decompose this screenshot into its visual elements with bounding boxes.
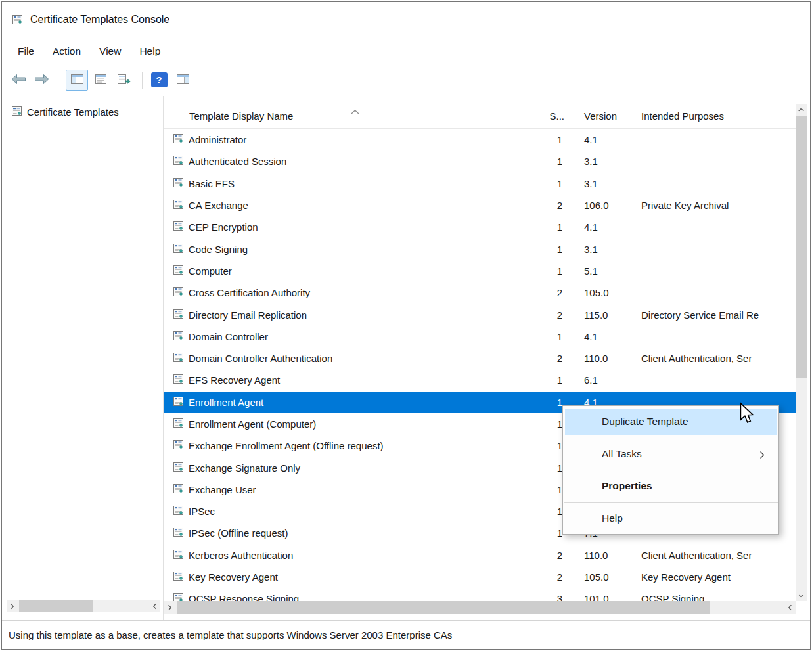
- list-horizontal-scrollbar[interactable]: [164, 601, 796, 614]
- certificate-template-icon: [173, 506, 183, 517]
- menubar-item-file[interactable]: File: [9, 37, 43, 65]
- menubar-item-help[interactable]: Help: [130, 37, 169, 65]
- schema-version-cell: 1: [549, 260, 575, 282]
- app-icon: [12, 15, 22, 24]
- table-row[interactable]: Computer 1 5.1: [164, 260, 796, 282]
- template-name-cell: Kerberos Authentication: [164, 545, 549, 566]
- help-icon: ?: [151, 72, 168, 87]
- scrollbar-thumb[interactable]: [796, 116, 807, 378]
- table-row[interactable]: Directory Email Replication 2 115.0 Dire…: [164, 303, 796, 325]
- context-menu-separator: [564, 502, 778, 503]
- scroll-left-icon[interactable]: [164, 601, 175, 614]
- table-row[interactable]: OCSP Response Signing 3 101.0 OCSP Signi…: [164, 588, 796, 601]
- template-name: Exchange Enrollment Agent (Offline reque…: [189, 440, 384, 451]
- template-list-pane: Template Display Name S... Version Inten…: [164, 96, 807, 620]
- column-header-schema-version[interactable]: S...: [549, 104, 575, 128]
- version-cell: 110.0: [575, 348, 633, 369]
- column-header-version[interactable]: Version: [575, 104, 633, 128]
- menubar-item-view[interactable]: View: [90, 37, 130, 65]
- tree-horizontal-scrollbar[interactable]: [7, 600, 160, 612]
- export-list-button[interactable]: [113, 70, 135, 91]
- help-button[interactable]: ?: [148, 70, 170, 91]
- context-menu-item-help[interactable]: Help: [565, 505, 777, 531]
- menubar: FileActionViewHelp: [2, 37, 810, 65]
- intended-purposes-cell: [633, 282, 796, 303]
- template-name: IPSec: [189, 506, 215, 517]
- table-row[interactable]: Code Signing 1 3.1: [164, 238, 796, 259]
- scrollbar-thumb[interactable]: [177, 601, 710, 614]
- back-button[interactable]: [7, 70, 30, 91]
- show-action-pane-button[interactable]: [171, 70, 194, 91]
- forward-button[interactable]: [31, 70, 53, 91]
- certificate-template-icon: [173, 397, 183, 408]
- scroll-right-icon[interactable]: [784, 601, 796, 614]
- context-menu-separator: [564, 470, 778, 470]
- template-name: Computer: [189, 265, 232, 277]
- version-cell: 106.0: [575, 194, 633, 216]
- template-name-cell: EFS Recovery Agent: [164, 369, 549, 391]
- template-name-cell: Administrator: [164, 129, 549, 150]
- certificate-template-icon: [173, 593, 183, 601]
- table-row[interactable]: Kerberos Authentication 2 110.0 Client A…: [164, 545, 796, 566]
- schema-version-cell: 1: [549, 369, 575, 391]
- intended-purposes-cell: [633, 216, 796, 238]
- intended-purposes-cell: Private Key Archival: [633, 194, 796, 216]
- schema-version-cell: 3: [549, 588, 575, 601]
- submenu-arrow-icon: [759, 450, 765, 462]
- version-cell: 6.1: [575, 369, 633, 391]
- table-row[interactable]: Administrator 1 4.1: [164, 129, 796, 150]
- version-cell: 115.0: [575, 303, 633, 325]
- template-name-cell: Cross Certification Authority: [164, 282, 549, 303]
- template-name: Enrollment Agent: [189, 397, 263, 408]
- certificate-template-icon: [173, 418, 183, 430]
- certificate-templates-console-window: Certificate Templates Console FileAction…: [0, 0, 812, 651]
- table-row[interactable]: Key Recovery Agent 2 105.0 Key Recovery …: [164, 566, 796, 588]
- schema-version-cell: 2: [549, 303, 575, 325]
- table-row[interactable]: EFS Recovery Agent 1 6.1: [164, 369, 796, 391]
- scrollbar-thumb[interactable]: [19, 600, 93, 612]
- template-name-cell: Computer: [164, 260, 549, 282]
- table-row[interactable]: CA Exchange 2 106.0 Private Key Archival: [164, 194, 796, 216]
- certificate-template-icon: [173, 200, 183, 211]
- table-row[interactable]: Authenticated Session 1 3.1: [164, 150, 796, 172]
- version-cell: 105.0: [575, 566, 633, 588]
- context-menu-item-all-tasks[interactable]: All Tasks: [565, 441, 777, 467]
- template-name-cell: Domain Controller: [164, 326, 549, 348]
- pane-splitter[interactable]: [163, 96, 164, 620]
- column-header-intended-purposes[interactable]: Intended Purposes: [633, 104, 796, 128]
- template-name-cell: Exchange User: [164, 479, 549, 501]
- table-row[interactable]: CEP Encryption 1 4.1: [164, 216, 796, 238]
- template-name-cell: Authenticated Session: [164, 150, 549, 172]
- certificate-template-icon: [173, 287, 183, 298]
- certificate-template-icon: [173, 156, 183, 167]
- sort-ascending-icon: [351, 105, 359, 116]
- tree-item-certificate-templates[interactable]: Certificate Templates: [5, 106, 162, 118]
- scroll-right-icon[interactable]: [149, 600, 160, 612]
- certificate-template-icon: [173, 484, 183, 495]
- table-row[interactable]: Domain Controller 1 4.1: [164, 326, 796, 348]
- certificate-template-icon: [173, 178, 183, 189]
- scroll-down-icon[interactable]: [796, 590, 807, 601]
- context-menu-item-label: All Tasks: [602, 448, 642, 460]
- certificate-template-icon: [173, 440, 183, 451]
- schema-version-cell: 1: [549, 129, 575, 150]
- context-menu-item-label: Help: [602, 512, 623, 524]
- status-text: Using this template as a base, creates a…: [9, 629, 452, 640]
- properties-window-button[interactable]: [89, 70, 112, 91]
- template-name: Kerberos Authentication: [189, 550, 293, 561]
- table-row[interactable]: Basic EFS 1 3.1: [164, 173, 796, 194]
- context-menu-item-properties[interactable]: Properties: [565, 473, 777, 499]
- list-vertical-scrollbar[interactable]: [796, 104, 807, 601]
- schema-version-cell: 2: [549, 348, 575, 369]
- properties-window-icon: [95, 74, 106, 86]
- version-cell: 4.1: [575, 326, 633, 348]
- show-console-tree-button[interactable]: [66, 70, 88, 91]
- table-row[interactable]: Cross Certification Authority 2 105.0: [164, 282, 796, 303]
- intended-purposes-cell: Client Authentication, Ser: [633, 545, 796, 566]
- scroll-up-icon[interactable]: [796, 104, 807, 115]
- version-cell: 3.1: [575, 173, 633, 194]
- scroll-left-icon[interactable]: [7, 600, 18, 612]
- menubar-item-action[interactable]: Action: [43, 37, 90, 65]
- version-cell: 3.1: [575, 150, 633, 172]
- table-row[interactable]: Domain Controller Authentication 2 110.0…: [164, 348, 796, 369]
